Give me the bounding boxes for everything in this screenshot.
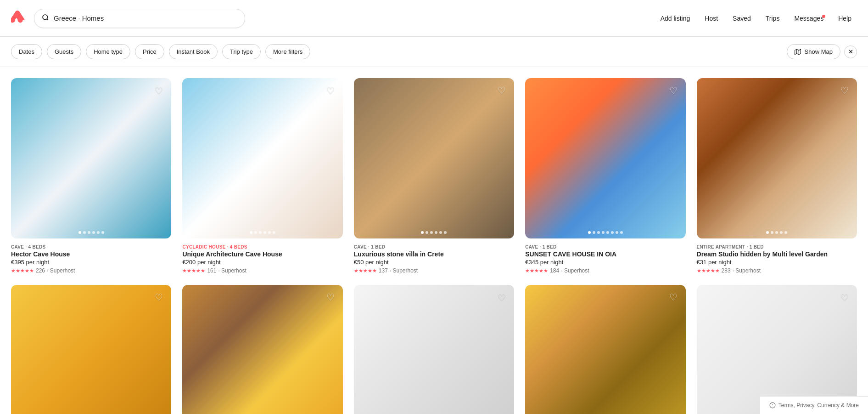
close-map-button[interactable]: ✕ <box>844 45 857 58</box>
carousel-dot <box>784 231 787 234</box>
carousel-dot <box>430 231 433 234</box>
filter-instant-book[interactable]: Instant Book <box>169 44 218 59</box>
favorite-button[interactable]: ♡ <box>152 290 166 304</box>
listing-name: SUNSET CAVE HOUSE IN OIA <box>525 250 685 258</box>
favorite-button[interactable]: ♡ <box>666 290 680 304</box>
nav-add-listing[interactable]: Add listing <box>655 11 696 26</box>
carousel-dot <box>444 231 447 234</box>
listing-card[interactable]: ♡ CAVE · 1 BED Luxurious stone villa in … <box>354 78 514 274</box>
footer-text[interactable]: Terms, Privacy, Currency & More <box>778 402 859 408</box>
listing-image <box>354 78 514 238</box>
favorite-button[interactable]: ♡ <box>666 84 680 97</box>
stars-icon: ★★★★★ <box>11 268 34 274</box>
carousel-dot <box>426 231 428 234</box>
carousel-dot <box>620 231 623 234</box>
listing-rating: ★★★★★ 137 · Superhost <box>354 267 514 274</box>
superhost-label: · Superhost <box>218 267 246 274</box>
filter-guests[interactable]: Guests <box>47 44 81 59</box>
listing-card[interactable]: ♡ CAVE · 1 BED SUNSET CAVE HOUSE IN OIA … <box>525 78 685 274</box>
favorite-button[interactable]: ♡ <box>495 84 509 97</box>
listing-price: €345 per night <box>525 259 685 266</box>
footer-notice: Terms, Privacy, Currency & More <box>760 396 868 414</box>
carousel-dot <box>97 231 100 234</box>
listing-rating: ★★★★★ 283 · Superhost <box>697 267 857 274</box>
nav-saved[interactable]: Saved <box>727 11 756 26</box>
listing-card[interactable]: ♡ ENTIRE HOUSE · 3 BEDS Acropolis Luxuri… <box>11 285 171 414</box>
carousel-dot <box>268 231 271 234</box>
stars-icon: ★★★★★ <box>697 268 720 274</box>
listing-image-wrap: ♡ <box>182 78 342 238</box>
carousel-dot <box>273 231 275 234</box>
superhost-label: · Superhost <box>733 267 761 274</box>
listing-card[interactable]: ♡ ENTIRE APARTMENT · 1 BED Dream Studio … <box>697 78 857 274</box>
heart-icon: ♡ <box>840 85 849 96</box>
listing-price: €50 per night <box>354 259 514 266</box>
listing-image-wrap: ♡ <box>697 78 857 238</box>
favorite-button[interactable]: ♡ <box>495 290 509 304</box>
listing-image-wrap: ♡ <box>11 78 171 238</box>
listing-image <box>697 78 857 238</box>
listing-type: CYCLADIC HOUSE · 4 BEDS <box>182 244 247 250</box>
favorite-button[interactable]: ♡ <box>838 84 851 97</box>
review-count: 283 <box>722 267 731 274</box>
favorite-button[interactable]: ♡ <box>324 290 337 304</box>
show-map-button[interactable]: Show Map <box>787 44 840 59</box>
heart-icon: ♡ <box>326 292 335 303</box>
listing-image-wrap: ♡ <box>11 285 171 414</box>
listing-image <box>354 285 514 414</box>
heart-icon: ♡ <box>155 292 163 303</box>
listing-card[interactable]: ♡ ENTIRE APARTMENT · 1 BED Dreamstudio i… <box>525 285 685 414</box>
nav-messages[interactable]: Messages <box>789 11 829 26</box>
carousel-dot <box>588 231 591 234</box>
nav-trips[interactable]: Trips <box>760 11 785 26</box>
listing-image <box>525 285 685 414</box>
search-bar[interactable]: Greece · Homes <box>34 9 245 28</box>
filter-price[interactable]: Price <box>135 44 164 59</box>
listing-card[interactable]: ♡ CAVE · 4 BEDS Hector Cave House €395 p… <box>11 78 171 274</box>
listing-name: Luxurious stone villa in Crete <box>354 250 514 258</box>
carousel-dot <box>101 231 104 234</box>
listing-type: ENTIRE APARTMENT · 1 BED <box>697 244 764 250</box>
carousel-dot <box>602 231 605 234</box>
location-icon <box>769 402 776 408</box>
heart-icon: ♡ <box>669 292 678 303</box>
listing-card[interactable]: ♡ CYCLADIC HOUSE · 4 BEDS Unique Archite… <box>182 78 342 274</box>
listings-grid: ♡ CAVE · 4 BEDS Hector Cave House €395 p… <box>0 67 868 414</box>
airbnb-logo[interactable] <box>11 10 25 27</box>
listing-image-wrap: ♡ <box>354 285 514 414</box>
nav-help[interactable]: Help <box>833 11 857 26</box>
heart-icon: ♡ <box>498 292 506 303</box>
listing-type: CAVE · 4 BEDS <box>11 244 45 250</box>
carousel-dots <box>78 231 104 234</box>
carousel-dot <box>250 231 252 234</box>
carousel-dot <box>780 231 783 234</box>
svg-point-0 <box>43 15 48 20</box>
listing-image-wrap: ♡ <box>182 285 342 414</box>
carousel-dot <box>593 231 595 234</box>
favorite-button[interactable]: ♡ <box>324 84 337 97</box>
carousel-dot <box>766 231 769 234</box>
superhost-label: · Superhost <box>561 267 589 274</box>
filter-trip-type[interactable]: Trip type <box>222 44 261 59</box>
filter-home-type[interactable]: Home type <box>86 44 130 59</box>
carousel-dot <box>597 231 600 234</box>
carousel-dot <box>421 231 424 234</box>
review-count: 137 <box>379 267 388 274</box>
favorite-button[interactable]: ♡ <box>838 290 851 304</box>
listing-card[interactable]: ♡ PLUSVERIFIED · ENTIRE APARTMENT Scandi… <box>697 285 857 414</box>
listing-image <box>697 285 857 414</box>
carousel-dot <box>92 231 95 234</box>
carousel-dot <box>259 231 262 234</box>
carousel-dot <box>83 231 86 234</box>
listing-card[interactable]: ♡ ENTIRE APARTMENT · 6 BEDS CENTRAL ATHE… <box>354 285 514 414</box>
listing-image <box>11 285 171 414</box>
filter-more[interactable]: More filters <box>265 44 310 59</box>
heart-icon: ♡ <box>498 85 506 96</box>
filter-dates[interactable]: Dates <box>11 44 42 59</box>
listing-card[interactable]: ♡ ENTIRE APARTMENT · 5 BEDS By the hill … <box>182 285 342 414</box>
nav-host[interactable]: Host <box>699 11 723 26</box>
listing-image <box>182 78 342 238</box>
heart-icon: ♡ <box>155 85 163 96</box>
favorite-button[interactable]: ♡ <box>152 84 166 97</box>
carousel-dot <box>263 231 266 234</box>
